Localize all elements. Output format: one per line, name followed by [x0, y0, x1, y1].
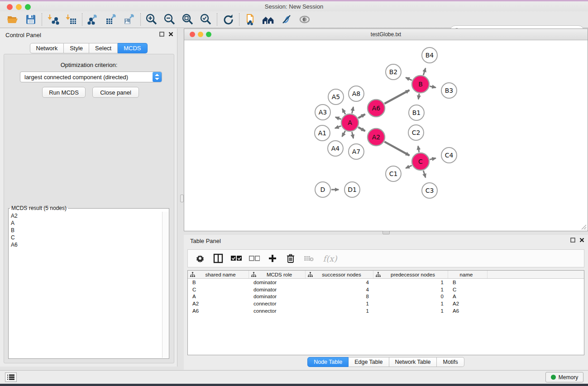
graph-node-B1[interactable]: B1 [409, 105, 424, 120]
refresh-button[interactable] [219, 12, 237, 27]
table-row[interactable]: B dominator 4 1 B [188, 279, 584, 286]
zoom-fit-button[interactable] [179, 12, 197, 27]
graph-edge-A-A4[interactable] [342, 131, 345, 137]
tab-select[interactable]: Select [89, 43, 118, 53]
table-settings-button[interactable] [194, 253, 206, 264]
result-item[interactable]: A [11, 219, 162, 227]
tab-motifs[interactable]: Motifs [437, 357, 464, 367]
clone-network-button[interactable] [241, 12, 259, 27]
graph-node-A2[interactable]: A2 [368, 129, 385, 146]
select-all-columns-button[interactable] [230, 253, 242, 264]
splitpane-handle-vertical[interactable] [180, 195, 184, 202]
tab-mcds[interactable]: MCDS [118, 43, 147, 53]
network-window-titlebar[interactable]: testGlobe.txt [184, 29, 588, 40]
home-button[interactable] [259, 12, 277, 27]
graph-node-C1[interactable]: C1 [386, 166, 401, 181]
graph-node-A6[interactable]: A6 [368, 100, 385, 117]
graph-node-A4[interactable]: A4 [328, 141, 343, 156]
graph-edge-A2-C[interactable] [384, 142, 409, 155]
delete-table-button[interactable] [303, 253, 315, 264]
column-header-predecessor-nodes[interactable]: predecessor nodes [373, 271, 448, 278]
graph-node-C[interactable]: C [412, 153, 429, 170]
close-panel-icon[interactable] [579, 238, 584, 243]
optimization-criterion-select[interactable]: largest connected component (directed) [20, 71, 162, 82]
graph-edge-C-C2[interactable] [418, 146, 419, 152]
graph-node-A7[interactable]: A7 [349, 144, 364, 159]
graph-edge-A-A8[interactable] [352, 107, 353, 113]
table-row[interactable]: A2 connector 1 1 A2 [188, 300, 584, 307]
task-history-button[interactable] [5, 372, 17, 382]
create-column-button[interactable] [267, 253, 278, 264]
show-column-panel-button[interactable] [212, 253, 224, 264]
graph-edge-A6-B[interactable] [384, 90, 409, 104]
deselect-all-columns-button[interactable] [249, 253, 260, 264]
graph-edge-C-C3[interactable] [423, 171, 425, 177]
graph-node-D1[interactable]: D1 [344, 182, 360, 197]
graph-edge-A-A3[interactable] [335, 117, 341, 119]
column-header-mcds-role[interactable]: MCDS role [249, 271, 306, 278]
close-panel-icon[interactable] [168, 32, 173, 37]
graph-edge-B-B4[interactable] [423, 68, 425, 75]
graph-edge-A-A7[interactable] [352, 132, 353, 138]
delete-column-button[interactable] [285, 253, 296, 264]
memory-button[interactable]: Memory [545, 372, 583, 382]
network-canvas[interactable]: B4B2BB3A8A5A6A3B1AC2A1A2A4A7C4CC1DD1C3 [185, 41, 587, 231]
graph-node-A8[interactable]: A8 [349, 86, 364, 101]
graph-edge-B-B1[interactable] [418, 94, 419, 100]
result-item[interactable]: B [11, 227, 162, 234]
graph-node-A[interactable]: A [341, 114, 359, 131]
graph-edge-A-A2[interactable] [358, 127, 365, 131]
graph-edge-C-C4[interactable] [430, 158, 435, 160]
float-panel-icon[interactable] [570, 238, 575, 243]
tab-edge-table[interactable]: Edge Table [349, 357, 389, 367]
graph-edge-A-A1[interactable] [335, 126, 341, 128]
hide-labels-button[interactable] [277, 12, 296, 27]
table-row[interactable]: A dominator 8 0 A [188, 293, 584, 300]
column-header-successor-nodes[interactable]: successor nodes [306, 271, 373, 278]
graph-node-C3[interactable]: C3 [422, 183, 437, 198]
table-row[interactable]: A6 connector 1 1 A6 [188, 307, 584, 315]
show-details-button[interactable] [296, 12, 314, 27]
tab-network-table[interactable]: Network Table [389, 357, 437, 367]
graph-node-A5[interactable]: A5 [328, 89, 344, 105]
mcds-result-list[interactable]: A2 A B C A6 [10, 212, 162, 357]
run-mcds-button[interactable]: Run MCDS [42, 87, 86, 98]
export-table-button[interactable] [102, 12, 120, 27]
network-graph[interactable]: B4B2BB3A8A5A6A3B1AC2A1A2A4A7C4CC1DD1C3 [185, 41, 587, 231]
save-session-button[interactable] [22, 12, 40, 27]
graph-node-A3[interactable]: A3 [315, 105, 330, 120]
result-item[interactable]: A6 [11, 241, 162, 248]
result-item[interactable]: C [11, 234, 162, 241]
result-scrollbar[interactable] [162, 212, 168, 358]
graph-node-B4[interactable]: B4 [422, 48, 437, 63]
graph-node-C4[interactable]: C4 [441, 148, 457, 163]
graph-node-B3[interactable]: B3 [441, 83, 457, 98]
close-panel-button[interactable]: Close panel [92, 87, 139, 98]
float-panel-icon[interactable] [159, 32, 164, 37]
zoom-selected-button[interactable] [197, 12, 215, 27]
graph-edge-A-A6[interactable] [358, 114, 365, 118]
graph-edge-B-B2[interactable] [406, 77, 411, 80]
result-item[interactable]: A2 [11, 212, 162, 219]
graph-node-A1[interactable]: A1 [315, 125, 330, 141]
column-header-shared-name[interactable]: shared name [188, 271, 249, 278]
zoom-in-button[interactable] [143, 12, 161, 27]
function-builder-button[interactable]: f(x) [321, 253, 339, 264]
graph-node-D[interactable]: D [315, 182, 330, 197]
tab-network[interactable]: Network [29, 43, 64, 53]
resize-grip-icon[interactable] [580, 224, 587, 230]
import-table-button[interactable] [62, 12, 80, 27]
column-header-name[interactable]: name [448, 271, 488, 278]
graph-edge-A-A5[interactable] [342, 109, 345, 114]
import-network-button[interactable] [44, 12, 62, 27]
graph-node-B[interactable]: B [412, 76, 429, 93]
table-row[interactable]: C dominator 4 1 C [188, 286, 584, 293]
graph-edge-C-C1[interactable] [406, 166, 411, 168]
graph-edge-B-B3[interactable] [430, 86, 435, 88]
open-session-button[interactable] [4, 12, 22, 27]
graph-node-B2[interactable]: B2 [386, 64, 401, 80]
tab-style[interactable]: Style [64, 43, 89, 53]
zoom-out-button[interactable] [161, 12, 179, 27]
graph-node-C2[interactable]: C2 [408, 125, 424, 140]
splitpane-handle-horizontal[interactable] [382, 231, 390, 234]
